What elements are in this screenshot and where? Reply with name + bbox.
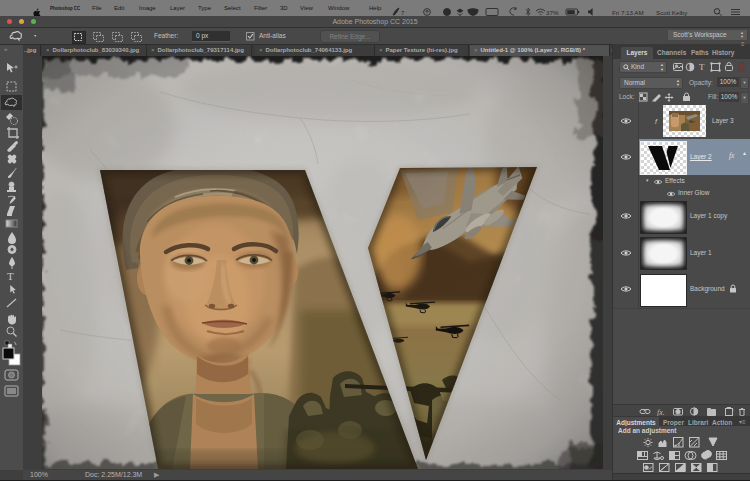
svg-text:T: T [699, 62, 705, 72]
svg-text:Scott Kelby: Scott Kelby [656, 9, 688, 16]
svg-text:37%: 37% [546, 9, 559, 16]
svg-text:Fri 7:13 AM: Fri 7:13 AM [612, 9, 644, 16]
svg-text:»: » [4, 46, 8, 52]
svg-text:fx.: fx. [657, 408, 665, 417]
svg-text:T: T [7, 270, 14, 282]
